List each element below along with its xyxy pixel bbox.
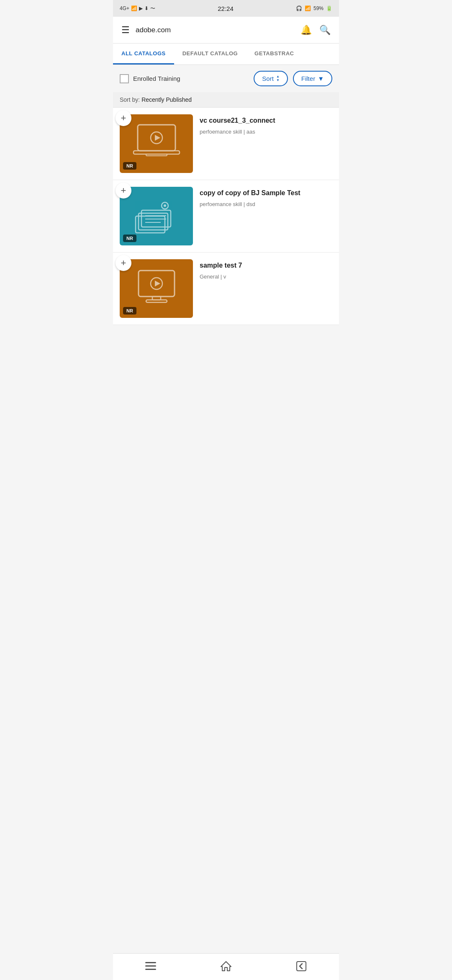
tab-getabstrac[interactable]: GETABSTRAC [246, 44, 302, 64]
enrolled-training-checkbox[interactable] [120, 74, 129, 83]
course-item[interactable]: + NR vc course21_3_connect [113, 108, 339, 180]
status-bar: 4G+ 📶 ▶ ⬇ 〜 22:24 🎧 📶 59% 🔋 [113, 0, 339, 17]
svg-rect-17 [146, 300, 167, 302]
status-bar-right: 🎧 📶 59% 🔋 [296, 5, 332, 11]
home-icon [221, 961, 231, 972]
nr-badge-1: NR [123, 162, 136, 170]
clock: 22:24 [218, 5, 234, 12]
course-thumbnail-3: + NR [120, 259, 193, 318]
headphone-icon: 🎧 [296, 5, 302, 11]
course-thumbnail-2: + NR [120, 187, 193, 245]
sort-by-prefix: Sort by: [120, 96, 140, 103]
course-info-3: sample test 7 General | v [200, 259, 332, 318]
tab-all-catalogs[interactable]: ALL CATALOGS [113, 44, 174, 64]
course-list: + NR vc course21_3_connect [113, 108, 339, 325]
catalog-tabs: ALL CATALOGS DEFAULT CATALOG GETABSTRAC [113, 44, 339, 65]
svg-marker-2 [155, 135, 160, 141]
content-area: Enrolled Training Sort ▲ ▼ Filter ▼ Sort… [113, 65, 339, 354]
course-meta-2: perfoemance skill | dsd [200, 201, 332, 207]
course-title-2: copy of copy of BJ Sample Test [200, 188, 332, 198]
bottom-menu-icon[interactable] [145, 962, 156, 970]
laptop-icon-1 [129, 121, 184, 167]
bottom-back-icon[interactable] [296, 961, 307, 972]
bottom-home-icon[interactable] [221, 961, 231, 972]
bottom-nav [113, 953, 339, 980]
svg-rect-22 [297, 962, 306, 971]
sort-button[interactable]: Sort ▲ ▼ [254, 71, 288, 86]
hamburger-bottom-icon [145, 962, 156, 970]
nav-url: adobe.com [136, 26, 295, 34]
course-title-3: sample test 7 [200, 261, 332, 270]
svg-marker-15 [155, 281, 160, 286]
course-meta-1: perfoemance skill | aas [200, 129, 332, 135]
sort-arrows-icon: ▲ ▼ [276, 75, 280, 82]
back-icon [296, 961, 307, 972]
enrolled-training-label: Enrolled Training [133, 75, 180, 82]
course-thumbnail-1: + NR [120, 114, 193, 173]
youtube-icon: ▶ [139, 5, 143, 11]
laptop-icon-3 [129, 266, 184, 312]
battery-icon: 🔋 [326, 5, 332, 11]
nr-badge-2: NR [123, 235, 136, 242]
course-item[interactable]: + NR sample t [113, 253, 339, 325]
notification-icon[interactable]: 🔔 [300, 25, 312, 36]
svg-rect-20 [145, 969, 156, 970]
filter-icon: ▼ [318, 75, 324, 82]
battery-text: 59% [313, 5, 324, 11]
status-bar-left: 4G+ 📶 ▶ ⬇ 〜 [120, 5, 155, 12]
filter-label: Filter [301, 75, 315, 82]
sort-label: Sort [262, 75, 274, 82]
nav-icons: 🔔 🔍 [300, 25, 331, 36]
download-icon: ⬇ [144, 5, 149, 11]
sort-by-value: Recently Published [141, 96, 192, 103]
top-nav: ☰ adobe.com 🔔 🔍 [113, 17, 339, 44]
filter-bar: Enrolled Training Sort ▲ ▼ Filter ▼ [113, 65, 339, 92]
svg-rect-3 [134, 151, 180, 154]
wifi-icon: 📶 [305, 5, 311, 11]
course-info-1: vc course21_3_connect perfoemance skill … [200, 114, 332, 173]
svg-marker-21 [221, 962, 231, 971]
course-meta-3: General | v [200, 273, 332, 280]
svg-rect-18 [145, 962, 156, 963]
tab-default-catalog[interactable]: DEFAULT CATALOG [174, 44, 246, 64]
hamburger-icon[interactable]: ☰ [121, 26, 130, 35]
document-laptop-icon-2 [129, 193, 184, 239]
add-course-1-button[interactable]: + [116, 110, 131, 126]
nr-badge-3: NR [123, 307, 136, 315]
svg-rect-4 [146, 154, 167, 156]
enrolled-training-wrap: Enrolled Training [120, 74, 249, 83]
signal-text: 4G+ [120, 5, 129, 11]
course-item[interactable]: + NR [113, 180, 339, 253]
sort-by-bar: Sort by: Recently Published [113, 92, 339, 108]
svg-rect-19 [145, 965, 156, 967]
misc-icon: 〜 [150, 5, 155, 12]
filter-button[interactable]: Filter ▼ [293, 71, 332, 86]
course-info-2: copy of copy of BJ Sample Test perfoeman… [200, 187, 332, 245]
signal-icon: 📶 [131, 5, 137, 11]
course-title-1: vc course21_3_connect [200, 116, 332, 125]
add-course-2-button[interactable]: + [116, 183, 131, 199]
search-icon[interactable]: 🔍 [319, 25, 331, 36]
add-course-3-button[interactable]: + [116, 255, 131, 271]
svg-point-12 [164, 204, 166, 207]
